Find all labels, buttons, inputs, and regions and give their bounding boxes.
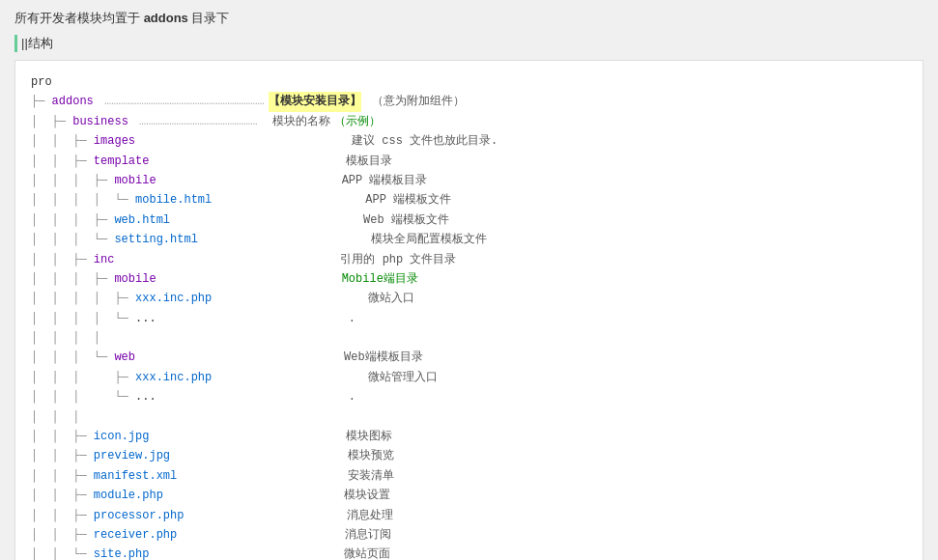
tree-line-mobile1: │ │ │ ├─ mobileAPP 端模板目录 xyxy=(31,171,907,190)
section-title: ||结构 xyxy=(14,35,924,52)
tree-line-business: │ ├─ business …………………………………………… 模块的名称（示例… xyxy=(31,112,907,131)
tree-line-images: │ │ ├─ images建议 css 文件也放此目录. xyxy=(31,131,907,151)
tree-line-setting-html: │ │ │ └─ setting.html模块全局配置模板文件 xyxy=(31,230,907,249)
tree-root: pro xyxy=(31,72,907,92)
root-label: pro xyxy=(31,72,52,92)
tree-line-mobile2: │ │ │ ├─ mobileMobile端目录 xyxy=(31,269,907,289)
tree-line-processor: │ │ ├─ processor.php消息处理 xyxy=(31,506,907,525)
tree-line-xxx-inc-php-web: │ │ │ ├─ xxx.inc.php微站管理入口 xyxy=(31,368,907,387)
page-header: 所有开发者模块均置于 addons 目录下 xyxy=(14,10,924,27)
tree-line-dots-web: │ │ │ └─ .... xyxy=(31,387,907,406)
tree-line-web-html: │ │ │ ├─ web.htmlWeb 端模板文件 xyxy=(31,210,907,230)
tree-line-blank2: │ │ │ xyxy=(31,407,907,427)
tree-line-manifest: │ │ ├─ manifest.xml安装清单 xyxy=(31,466,907,486)
tree-line-xxx-inc-php-mobile: │ │ │ │ ├─ xxx.inc.php微站入口 xyxy=(31,289,907,308)
tree-line-preview: │ │ ├─ preview.jpg模块预览 xyxy=(31,446,907,465)
tree-line-site: │ │ └─ site.php微站页面 xyxy=(31,545,907,560)
tree-line-addons: ├─ addons ……………………………………………………………【模块安装目录… xyxy=(31,92,907,111)
tree-line-mobile-html: │ │ │ │ └─ mobile.htmlAPP 端模板文件 xyxy=(31,190,907,210)
tree-line-receiver: │ │ ├─ receiver.php消息订阅 xyxy=(31,525,907,545)
tree-line-blank1: │ │ │ │ xyxy=(31,328,907,348)
tree-line-inc: │ │ ├─ inc引用的 php 文件目录 xyxy=(31,250,907,269)
tree-container: pro ├─ addons ……………………………………………………………【模块… xyxy=(14,60,924,560)
header-bold-word: addons xyxy=(144,11,188,25)
tree-line-dots-mobile: │ │ │ │ └─ .... xyxy=(31,309,907,328)
tree-line-template: │ │ ├─ template模板目录 xyxy=(31,152,907,171)
header-text-before: 所有开发者模块均置于 xyxy=(14,11,144,25)
tree-line-module: │ │ ├─ module.php模块设置 xyxy=(31,486,907,505)
tree-line-icon: │ │ ├─ icon.jpg模块图标 xyxy=(31,427,907,446)
tree-line-web-dir: │ │ │ └─ webWeb端模板目录 xyxy=(31,348,907,367)
header-text-after: 目录下 xyxy=(188,11,230,25)
